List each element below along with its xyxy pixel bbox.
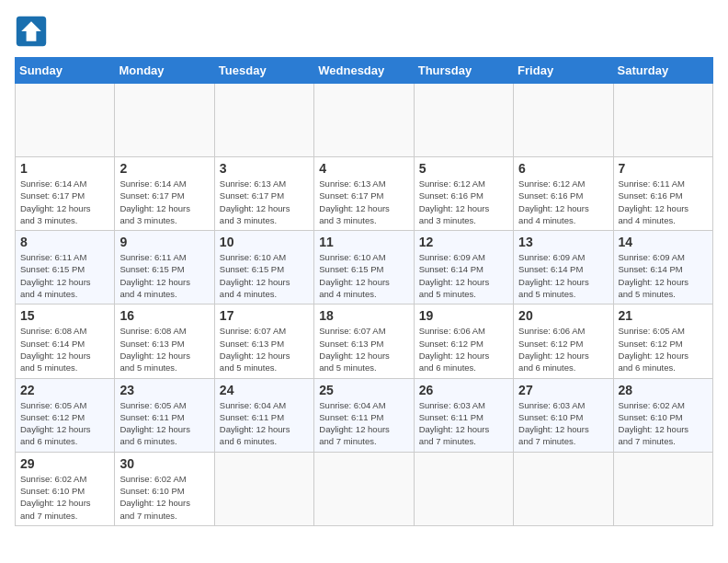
- day-number: 23: [119, 383, 209, 397]
- day-info: Sunrise: 6:13 AM Sunset: 6:17 PM Dayligh…: [220, 178, 309, 226]
- day-cell: 13Sunrise: 6:09 AM Sunset: 6:14 PM Dayli…: [514, 231, 613, 304]
- day-info: Sunrise: 6:11 AM Sunset: 6:16 PM Dayligh…: [619, 178, 708, 226]
- day-info: Sunrise: 6:14 AM Sunset: 6:17 PM Dayligh…: [20, 178, 109, 226]
- day-cell: [514, 84, 613, 157]
- day-cell: [314, 84, 414, 157]
- day-info: Sunrise: 6:08 AM Sunset: 6:13 PM Dayligh…: [119, 325, 209, 373]
- day-cell: 29Sunrise: 6:02 AM Sunset: 6:10 PM Dayli…: [16, 452, 115, 525]
- calendar-table: SundayMondayTuesdayWednesdayThursdayFrid…: [15, 57, 713, 526]
- day-info: Sunrise: 6:07 AM Sunset: 6:13 PM Dayligh…: [319, 325, 408, 373]
- day-cell: 1Sunrise: 6:14 AM Sunset: 6:17 PM Daylig…: [16, 157, 115, 231]
- week-row-2: 1Sunrise: 6:14 AM Sunset: 6:17 PM Daylig…: [16, 157, 713, 231]
- day-cell: 28Sunrise: 6:02 AM Sunset: 6:10 PM Dayli…: [613, 378, 712, 452]
- day-cell: [314, 452, 414, 525]
- day-info: Sunrise: 6:03 AM Sunset: 6:11 PM Dayligh…: [419, 399, 508, 448]
- header-cell-saturday: Saturday: [613, 58, 712, 84]
- day-cell: 25Sunrise: 6:04 AM Sunset: 6:11 PM Dayli…: [314, 378, 414, 452]
- day-cell: 15Sunrise: 6:08 AM Sunset: 6:14 PM Dayli…: [16, 304, 115, 378]
- day-cell: 24Sunrise: 6:04 AM Sunset: 6:11 PM Dayli…: [214, 378, 313, 452]
- day-number: 30: [119, 456, 209, 471]
- day-info: Sunrise: 6:06 AM Sunset: 6:12 PM Dayligh…: [419, 325, 508, 373]
- week-row-3: 8Sunrise: 6:11 AM Sunset: 6:15 PM Daylig…: [16, 231, 713, 304]
- day-info: Sunrise: 6:07 AM Sunset: 6:13 PM Dayligh…: [220, 325, 309, 373]
- day-number: 7: [619, 161, 708, 176]
- day-info: Sunrise: 6:05 AM Sunset: 6:12 PM Dayligh…: [619, 325, 708, 373]
- day-info: Sunrise: 6:10 AM Sunset: 6:15 PM Dayligh…: [319, 251, 408, 300]
- day-cell: 19Sunrise: 6:06 AM Sunset: 6:12 PM Dayli…: [414, 304, 513, 378]
- day-number: 27: [518, 383, 608, 397]
- header-cell-wednesday: Wednesday: [314, 58, 414, 84]
- day-number: 4: [319, 161, 408, 176]
- day-cell: [115, 84, 214, 157]
- day-number: 2: [119, 161, 209, 176]
- day-cell: 21Sunrise: 6:05 AM Sunset: 6:12 PM Dayli…: [613, 304, 712, 378]
- day-number: 16: [119, 308, 209, 323]
- header-cell-friday: Friday: [514, 58, 613, 84]
- day-number: 19: [419, 308, 508, 323]
- day-number: 3: [220, 161, 309, 176]
- day-number: 17: [220, 308, 309, 323]
- day-number: 21: [619, 308, 708, 323]
- day-cell: 18Sunrise: 6:07 AM Sunset: 6:13 PM Dayli…: [314, 304, 414, 378]
- day-info: Sunrise: 6:02 AM Sunset: 6:10 PM Dayligh…: [119, 473, 209, 522]
- day-number: 25: [319, 383, 408, 397]
- day-info: Sunrise: 6:05 AM Sunset: 6:12 PM Dayligh…: [20, 399, 109, 448]
- day-cell: 7Sunrise: 6:11 AM Sunset: 6:16 PM Daylig…: [613, 157, 712, 231]
- day-info: Sunrise: 6:03 AM Sunset: 6:10 PM Dayligh…: [518, 399, 608, 448]
- header-cell-monday: Monday: [115, 58, 214, 84]
- day-info: Sunrise: 6:12 AM Sunset: 6:16 PM Dayligh…: [518, 178, 608, 226]
- day-cell: [214, 452, 313, 525]
- day-cell: 12Sunrise: 6:09 AM Sunset: 6:14 PM Dayli…: [414, 231, 513, 304]
- day-cell: 2Sunrise: 6:14 AM Sunset: 6:17 PM Daylig…: [115, 157, 214, 231]
- day-info: Sunrise: 6:11 AM Sunset: 6:15 PM Dayligh…: [20, 251, 109, 300]
- day-cell: [613, 452, 712, 525]
- page-header: [15, 15, 713, 48]
- day-info: Sunrise: 6:13 AM Sunset: 6:17 PM Dayligh…: [319, 178, 408, 226]
- day-cell: [613, 84, 712, 157]
- day-number: 14: [619, 235, 708, 249]
- day-info: Sunrise: 6:12 AM Sunset: 6:16 PM Dayligh…: [419, 178, 508, 226]
- day-info: Sunrise: 6:05 AM Sunset: 6:11 PM Dayligh…: [119, 399, 209, 448]
- day-cell: [514, 452, 613, 525]
- day-cell: 10Sunrise: 6:10 AM Sunset: 6:15 PM Dayli…: [214, 231, 313, 304]
- day-number: 5: [419, 161, 508, 176]
- day-info: Sunrise: 6:09 AM Sunset: 6:14 PM Dayligh…: [619, 251, 708, 300]
- day-number: 8: [20, 235, 109, 249]
- day-number: 9: [119, 235, 209, 249]
- day-info: Sunrise: 6:02 AM Sunset: 6:10 PM Dayligh…: [619, 399, 708, 448]
- day-number: 22: [20, 383, 109, 397]
- day-number: 28: [619, 383, 708, 397]
- day-info: Sunrise: 6:04 AM Sunset: 6:11 PM Dayligh…: [220, 399, 309, 448]
- day-cell: [214, 84, 313, 157]
- day-number: 1: [20, 161, 109, 176]
- day-info: Sunrise: 6:06 AM Sunset: 6:12 PM Dayligh…: [518, 325, 608, 373]
- day-cell: 22Sunrise: 6:05 AM Sunset: 6:12 PM Dayli…: [16, 378, 115, 452]
- header-cell-tuesday: Tuesday: [214, 58, 313, 84]
- day-cell: 9Sunrise: 6:11 AM Sunset: 6:15 PM Daylig…: [115, 231, 214, 304]
- day-cell: 20Sunrise: 6:06 AM Sunset: 6:12 PM Dayli…: [514, 304, 613, 378]
- week-row-1: [16, 84, 713, 157]
- header-cell-sunday: Sunday: [16, 58, 115, 84]
- day-cell: 30Sunrise: 6:02 AM Sunset: 6:10 PM Dayli…: [115, 452, 214, 525]
- day-cell: 5Sunrise: 6:12 AM Sunset: 6:16 PM Daylig…: [414, 157, 513, 231]
- day-number: 11: [319, 235, 408, 249]
- day-cell: [414, 452, 513, 525]
- day-info: Sunrise: 6:09 AM Sunset: 6:14 PM Dayligh…: [419, 251, 508, 300]
- day-number: 26: [419, 383, 508, 397]
- day-cell: [414, 84, 513, 157]
- logo-icon: [15, 15, 48, 48]
- day-cell: 6Sunrise: 6:12 AM Sunset: 6:16 PM Daylig…: [514, 157, 613, 231]
- day-info: Sunrise: 6:14 AM Sunset: 6:17 PM Dayligh…: [119, 178, 209, 226]
- day-cell: 3Sunrise: 6:13 AM Sunset: 6:17 PM Daylig…: [214, 157, 313, 231]
- day-number: 6: [518, 161, 608, 176]
- day-number: 15: [20, 308, 109, 323]
- day-cell: 14Sunrise: 6:09 AM Sunset: 6:14 PM Dayli…: [613, 231, 712, 304]
- day-cell: 8Sunrise: 6:11 AM Sunset: 6:15 PM Daylig…: [16, 231, 115, 304]
- week-row-5: 22Sunrise: 6:05 AM Sunset: 6:12 PM Dayli…: [16, 378, 713, 452]
- day-cell: 26Sunrise: 6:03 AM Sunset: 6:11 PM Dayli…: [414, 378, 513, 452]
- day-cell: [16, 84, 115, 157]
- day-info: Sunrise: 6:04 AM Sunset: 6:11 PM Dayligh…: [319, 399, 408, 448]
- day-info: Sunrise: 6:11 AM Sunset: 6:15 PM Dayligh…: [119, 251, 209, 300]
- day-cell: 4Sunrise: 6:13 AM Sunset: 6:17 PM Daylig…: [314, 157, 414, 231]
- header-cell-thursday: Thursday: [414, 58, 513, 84]
